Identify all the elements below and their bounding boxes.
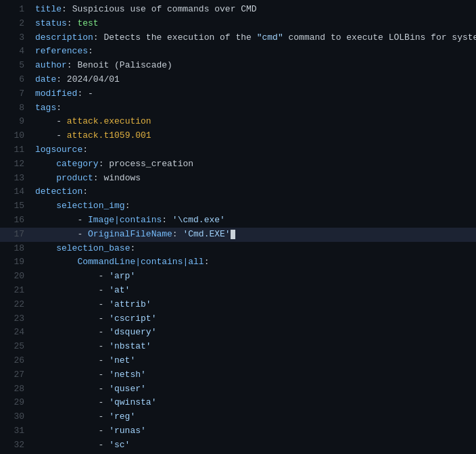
token-key: logsource [35, 145, 82, 155]
line-content: - 'net' [35, 354, 471, 368]
line-number: 22 [5, 298, 24, 312]
line-32: 32 - 'sc' [0, 438, 476, 453]
line-number: 16 [5, 213, 24, 228]
line-number: 29 [5, 396, 24, 410]
line-16: 16 - Image|contains: '\cmd.exe' [0, 213, 476, 228]
line-content: logsource: [35, 143, 471, 157]
token-value-text: - [35, 341, 109, 351]
code-editor: 1title: Suspicious use of commands over … [0, 0, 476, 454]
line-number: 19 [5, 255, 24, 270]
token-key: selection_base [56, 243, 130, 253]
token-value-text [35, 201, 56, 211]
token-value-text: - [35, 411, 109, 422]
token-quoted: "cmd" [257, 32, 283, 43]
token-key: OriginalFileName [88, 229, 172, 239]
token-quoted: 'reg' [109, 411, 135, 422]
token-key: references [35, 46, 88, 56]
line-content: selection_base: [35, 242, 471, 256]
token-key: category [56, 159, 98, 169]
line-number: 4 [5, 45, 24, 59]
line-number: 26 [5, 354, 24, 368]
line-content: - 'attrib' [35, 298, 471, 312]
token-key: product [56, 173, 93, 183]
token-value-text: : [88, 46, 93, 56]
token-value-text: : [172, 229, 183, 239]
token-value-green: test [77, 18, 98, 28]
line-content: - 'arp' [35, 270, 471, 284]
token-value-text: : [99, 159, 110, 169]
line-25: 25 - 'nbstat' [0, 340, 476, 354]
token-quoted: 'attrib' [109, 299, 151, 309]
line-content: title: Suspicious use of commands over C… [35, 3, 471, 17]
line-number: 11 [5, 143, 24, 157]
token-value-text: : [56, 74, 67, 84]
token-key: Image|contains [88, 215, 162, 225]
token-value-text [35, 257, 77, 267]
line-number: 18 [5, 242, 24, 256]
line-31: 31 - 'runas' [0, 424, 476, 438]
line-number: 23 [5, 312, 24, 326]
line-content: - 'netsh' [35, 368, 471, 382]
line-content: references: [35, 45, 471, 59]
token-value-text: - [35, 327, 109, 337]
line-7: 7modified: - [0, 87, 476, 101]
line-number: 1 [5, 3, 24, 17]
token-value-text [35, 159, 56, 169]
token-key: author [35, 60, 67, 70]
line-number: 15 [5, 199, 24, 213]
line-number: 25 [5, 340, 24, 354]
line-content: date: 2024/04/01 [35, 73, 471, 87]
line-3: 3description: Detects the execution of t… [0, 31, 476, 45]
line-content: - Image|contains: '\cmd.exe' [35, 213, 471, 228]
line-content: - 'runas' [35, 424, 471, 438]
token-value-text: - [35, 215, 88, 225]
line-content: CommandLine|contains|all: [35, 255, 471, 270]
token-quoted: 'net' [109, 355, 135, 365]
token-value-text: : [56, 103, 62, 113]
line-number: 2 [5, 17, 24, 31]
token-value-text: - [35, 440, 109, 450]
token-value-text: process_creation [109, 159, 193, 169]
line-number: 28 [5, 382, 24, 397]
line-content: - attack.t1059.001 [35, 129, 471, 143]
line-number: 8 [5, 101, 24, 116]
line-content: - 'quser' [35, 382, 471, 397]
line-27: 27 - 'netsh' [0, 368, 476, 382]
line-26: 26 - 'net' [0, 354, 476, 368]
token-value-text: Suspicious use of commands over CMD [72, 4, 257, 14]
token-value-text: - [35, 130, 67, 141]
line-number: 6 [5, 73, 24, 87]
token-value-text: - [35, 397, 109, 407]
line-content: selection_img: [35, 199, 471, 213]
token-value-text: : [204, 257, 210, 267]
line-content: modified: - [35, 87, 471, 101]
token-value-text: windows [103, 173, 141, 183]
token-value-text: - [35, 299, 109, 309]
token-value-text: - [35, 229, 88, 239]
line-22: 22 - 'attrib' [0, 298, 476, 312]
line-number: 12 [5, 157, 24, 172]
line-number: 5 [5, 59, 24, 73]
line-number: 30 [5, 410, 24, 424]
line-15: 15 selection_img: [0, 199, 476, 213]
line-19: 19 CommandLine|contains|all: [0, 255, 476, 270]
token-value-text: - [35, 384, 109, 394]
token-key: CommandLine|contains|all [77, 257, 204, 267]
token-value-text: - [35, 426, 109, 436]
token-value-text [35, 173, 56, 183]
line-2: 2status: test [0, 17, 476, 31]
token-value-text: : [62, 4, 72, 14]
line-1: 1title: Suspicious use of commands over … [0, 3, 476, 17]
token-value-text: : [93, 173, 104, 183]
token-value-text: : Detects the execution of the [93, 32, 257, 43]
line-30: 30 - 'reg' [0, 410, 476, 424]
token-quoted: 'sc' [109, 440, 130, 450]
line-5: 5author: Benoit (Paliscade) [0, 59, 476, 73]
token-value-orange: attack.execution [67, 116, 151, 126]
line-content: - attack.execution [35, 115, 471, 129]
token-key: title [35, 4, 62, 14]
line-6: 6date: 2024/04/01 [0, 73, 476, 87]
token-value-text: : [125, 201, 130, 211]
token-quoted: 'dsquery' [109, 327, 156, 337]
line-10: 10 - attack.t1059.001 [0, 129, 476, 143]
